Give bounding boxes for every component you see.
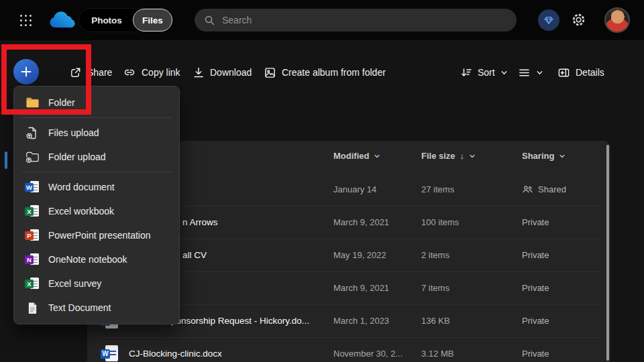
create-album-button[interactable]: Create album from folder [264, 64, 386, 80]
tab-files[interactable]: Files [133, 9, 172, 32]
search-placeholder: Search [222, 15, 252, 25]
nav-selection-indicator [5, 152, 7, 169]
diamond-icon [543, 14, 555, 26]
column-modified[interactable]: Modified [333, 151, 380, 161]
modified-value: March 9, 2021 [333, 272, 417, 304]
settings-gear-icon[interactable] [571, 12, 586, 27]
modified-value: March 9, 2021 [333, 206, 417, 239]
menu-item-label: Files upload [48, 127, 99, 138]
onedrive-app: Photos Files Search [0, 0, 644, 362]
details-label: Details [576, 67, 604, 78]
download-icon [193, 66, 205, 78]
search-icon [204, 15, 215, 26]
menu-item-folder-upload[interactable]: Folder upload [14, 145, 179, 169]
text-document-icon [25, 301, 40, 314]
file-size-value: 3.12 MB [421, 337, 508, 362]
sharing-value[interactable]: Private [522, 337, 602, 362]
folder-icon [25, 96, 40, 109]
download-label: Download [210, 67, 252, 78]
account-avatar[interactable] [604, 7, 630, 33]
onedrive-logo-icon[interactable] [47, 10, 76, 30]
menu-divider [22, 117, 171, 118]
tab-photos[interactable]: Photos [79, 9, 134, 32]
plus-icon [20, 66, 32, 78]
chevron-down-icon [500, 69, 508, 76]
sharing-value[interactable]: Private [522, 206, 602, 239]
new-button[interactable] [13, 59, 39, 84]
file-size-value: 7 items [421, 272, 508, 304]
excel-icon: X [25, 277, 40, 290]
menu-item-files-upload[interactable]: Files upload [14, 121, 179, 145]
file-size-value: 136 KB [421, 304, 508, 337]
menu-item-excel-workbook[interactable]: X Excel workbook [14, 199, 179, 223]
share-button[interactable]: Share [69, 64, 112, 80]
file-size-value: 27 items [421, 173, 508, 206]
search-input[interactable]: Search [195, 9, 517, 32]
menu-item-folder[interactable]: Folder [14, 90, 179, 115]
table-row[interactable]: W CJ-Blocking-clinic.docx November 30, 2… [87, 337, 610, 362]
photos-files-toggle: Photos Files [78, 8, 173, 32]
powerpoint-icon: P [25, 229, 40, 242]
list-view-icon [518, 66, 531, 79]
menu-item-onenote-notebook[interactable]: N OneNote notebook [14, 247, 179, 272]
shared-people-icon [522, 184, 533, 195]
chevron-down-icon [536, 69, 543, 76]
sort-button[interactable]: Sort [460, 64, 508, 80]
sharing-value[interactable]: Private [522, 239, 602, 272]
download-button[interactable]: Download [193, 64, 252, 80]
modified-value: March 1, 2023 [333, 304, 417, 337]
share-label: Share [87, 67, 112, 78]
menu-item-label: Text Document [48, 302, 111, 313]
file-name: W CJ-Blocking-clinic.docx [101, 337, 329, 362]
chevron-down-icon [559, 153, 566, 160]
folder-upload-icon [25, 150, 40, 164]
sharing-value[interactable]: Private [522, 272, 602, 304]
create-album-label: Create album from folder [282, 67, 386, 78]
menu-item-excel-survey[interactable]: X Excel survey [14, 272, 179, 296]
details-pane-icon [557, 66, 570, 79]
file-size-value: 100 items [421, 206, 508, 239]
column-file-size[interactable]: File size ↓ [421, 151, 476, 161]
file-upload-icon [25, 126, 40, 139]
vertical-scrollbar[interactable] [606, 145, 609, 361]
menu-item-label: Excel survey [48, 278, 101, 289]
menu-item-word-document[interactable]: W Word document [14, 175, 179, 199]
menu-item-label: Folder upload [48, 152, 106, 162]
copy-link-button[interactable]: Copy link [123, 64, 180, 80]
link-icon [123, 66, 136, 79]
menu-item-label: Folder [48, 97, 75, 108]
column-sharing[interactable]: Sharing [522, 151, 566, 161]
sort-icon [460, 66, 472, 78]
word-icon: W [25, 180, 40, 194]
app-launcher-icon[interactable] [19, 13, 33, 27]
excel-icon: X [25, 204, 40, 218]
modified-value: November 30, 2... [333, 337, 417, 362]
menu-divider [22, 172, 171, 172]
sort-descending-icon: ↓ [460, 151, 465, 161]
menu-item-label: Word document [48, 182, 115, 192]
image-icon [264, 66, 276, 79]
modified-value: January 14 [333, 173, 417, 206]
new-menu: Folder Files upload Folder upload [13, 86, 180, 324]
modified-value: May 19, 2022 [333, 239, 417, 272]
word-file-icon: W [101, 345, 119, 362]
chevron-down-icon [469, 153, 476, 160]
details-button[interactable]: Details [557, 64, 604, 80]
sharing-value[interactable]: Shared [522, 173, 602, 206]
chevron-down-icon [374, 153, 380, 160]
premium-diamond-badge[interactable] [538, 9, 559, 31]
menu-item-label: PowerPoint presentation [48, 230, 151, 241]
copy-link-label: Copy link [142, 67, 180, 78]
menu-item-powerpoint-presentation[interactable]: P PowerPoint presentation [14, 223, 179, 247]
menu-item-label: Excel workbook [48, 206, 114, 217]
top-bar: Photos Files Search [0, 0, 644, 40]
share-icon [69, 66, 82, 79]
onenote-icon: N [25, 253, 40, 266]
view-options-button[interactable] [518, 64, 543, 80]
sharing-value[interactable]: Private [522, 304, 602, 337]
file-size-value: 2 items [421, 239, 508, 272]
menu-item-label: OneNote notebook [48, 254, 127, 265]
sort-label: Sort [478, 67, 495, 78]
menu-item-text-document[interactable]: Text Document [14, 296, 179, 320]
